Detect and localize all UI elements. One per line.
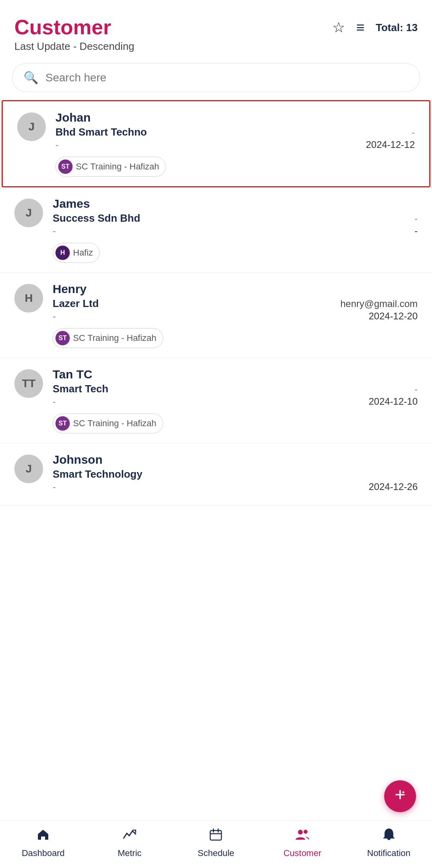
tag: HHafiz: [53, 243, 100, 263]
customer-list: JJohanBhd Smart Techno--2024-12-12STSC T…: [0, 100, 432, 868]
add-icon: [392, 787, 408, 806]
customer-email: -: [414, 384, 418, 395]
customer-date: 2024-12-12: [366, 139, 415, 150]
customer-date: 2024-12-20: [369, 311, 418, 322]
header-right: ☆ ≡ Total: 13: [332, 19, 418, 36]
header-left: Customer Last Update - Descending: [14, 16, 134, 53]
tag: STSC Training - Hafizah: [55, 157, 166, 177]
customer-company: Lazer Ltd: [53, 297, 99, 310]
nav-icon-customer: [295, 827, 310, 846]
nav-label-schedule: Schedule: [198, 848, 235, 858]
customer-date: -: [414, 225, 418, 236]
customer-company: Smart Technology: [53, 468, 142, 480]
bottom-nav: DashboardMetricScheduleCustomerNotificat…: [0, 820, 432, 868]
nav-label-customer: Customer: [283, 848, 321, 858]
tag-avatar: ST: [55, 331, 70, 345]
header: Customer Last Update - Descending ☆ ≡ To…: [0, 0, 432, 59]
customer-company: Smart Tech: [53, 383, 108, 395]
avatar: J: [14, 199, 43, 227]
nav-item-schedule[interactable]: Schedule: [192, 827, 240, 858]
nav-item-notification[interactable]: Notification: [365, 827, 413, 858]
tag: STSC Training - Hafizah: [53, 413, 163, 433]
customer-info: HenryLazer Ltdhenry@gmail.com-2024-12-20…: [53, 282, 418, 348]
customer-email: henry@gmail.com: [340, 298, 418, 309]
svg-point-4: [304, 830, 308, 834]
nav-item-customer[interactable]: Customer: [278, 827, 326, 858]
customer-sub: -: [53, 396, 56, 407]
search-icon: 🔍: [24, 71, 38, 85]
nav-icon-metric: [122, 827, 137, 846]
customer-date: 2024-12-10: [369, 396, 418, 407]
list-item[interactable]: TTTan TCSmart Tech--2024-12-10STSC Train…: [0, 358, 432, 443]
tag-label: SC Training - Hafizah: [76, 161, 159, 172]
sub-row: -2024-12-26: [53, 481, 418, 492]
customer-date: 2024-12-26: [369, 481, 418, 492]
customer-email: -: [414, 213, 418, 224]
company-row: Smart Tech-: [53, 383, 418, 395]
customer-email: -: [412, 127, 415, 138]
customer-name: Henry: [53, 282, 418, 296]
company-row: Success Sdn Bhd-: [53, 212, 418, 224]
tag-avatar: H: [55, 246, 70, 260]
customer-sub: -: [53, 225, 56, 236]
svg-rect-2: [210, 831, 221, 840]
customer-sub: -: [53, 311, 56, 322]
tag: STSC Training - Hafizah: [53, 328, 163, 348]
customer-info: Tan TCSmart Tech--2024-12-10STSC Trainin…: [53, 368, 418, 433]
nav-item-metric[interactable]: Metric: [106, 827, 154, 858]
customer-info: JamesSuccess Sdn Bhd---HHafiz: [53, 197, 418, 263]
list-item[interactable]: JJamesSuccess Sdn Bhd---HHafiz: [0, 187, 432, 273]
nav-label-dashboard: Dashboard: [22, 848, 65, 858]
company-row: Lazer Ltdhenry@gmail.com: [53, 297, 418, 310]
sub-row: -2024-12-10: [53, 396, 418, 407]
tag-avatar: ST: [58, 159, 73, 174]
customer-company: Bhd Smart Techno: [55, 126, 147, 138]
nav-label-notification: Notification: [367, 848, 410, 858]
list-item[interactable]: HHenryLazer Ltdhenry@gmail.com-2024-12-2…: [0, 273, 432, 358]
customer-info: JohanBhd Smart Techno--2024-12-12STSC Tr…: [55, 111, 415, 177]
page-title: Customer: [14, 16, 134, 39]
customer-info: JohnsonSmart Technology-2024-12-26: [53, 453, 418, 496]
avatar: J: [17, 112, 46, 141]
customer-sub: -: [55, 139, 59, 150]
customer-company: Success Sdn Bhd: [53, 212, 140, 224]
nav-label-metric: Metric: [118, 848, 142, 858]
tag-label: SC Training - Hafizah: [73, 418, 156, 429]
company-row: Smart Technology: [53, 468, 418, 480]
sub-row: -2024-12-12: [55, 139, 415, 150]
search-container: 🔍: [12, 63, 420, 92]
sub-row: --: [53, 225, 418, 236]
customer-name: Tan TC: [53, 368, 418, 381]
tag-avatar: ST: [55, 416, 70, 431]
list-item[interactable]: JJohanBhd Smart Techno--2024-12-12STSC T…: [2, 100, 430, 187]
company-row: Bhd Smart Techno-: [55, 126, 415, 138]
avatar: TT: [14, 369, 43, 398]
list-item[interactable]: JJohnsonSmart Technology-2024-12-26: [0, 443, 432, 506]
customer-sub: -: [53, 481, 56, 492]
nav-icon-dashboard: [36, 827, 51, 846]
sort-label: Last Update - Descending: [14, 40, 134, 53]
star-icon[interactable]: ☆: [332, 19, 345, 36]
tag-label: SC Training - Hafizah: [73, 333, 156, 343]
add-customer-button[interactable]: [384, 780, 416, 812]
nav-icon-schedule: [208, 827, 223, 846]
filter-icon[interactable]: ≡: [356, 19, 365, 36]
nav-item-dashboard[interactable]: Dashboard: [19, 827, 67, 858]
customer-name: Johan: [55, 111, 415, 124]
customer-name: Johnson: [53, 453, 418, 466]
nav-icon-notification: [381, 827, 396, 846]
svg-point-3: [298, 830, 303, 835]
total-count: Total: 13: [376, 22, 418, 34]
search-box[interactable]: 🔍: [12, 63, 420, 92]
search-input[interactable]: [45, 71, 408, 84]
sub-row: -2024-12-20: [53, 311, 418, 322]
customer-name: James: [53, 197, 418, 211]
avatar: H: [14, 284, 43, 313]
tag-label: Hafiz: [73, 248, 93, 258]
avatar: J: [14, 455, 43, 483]
